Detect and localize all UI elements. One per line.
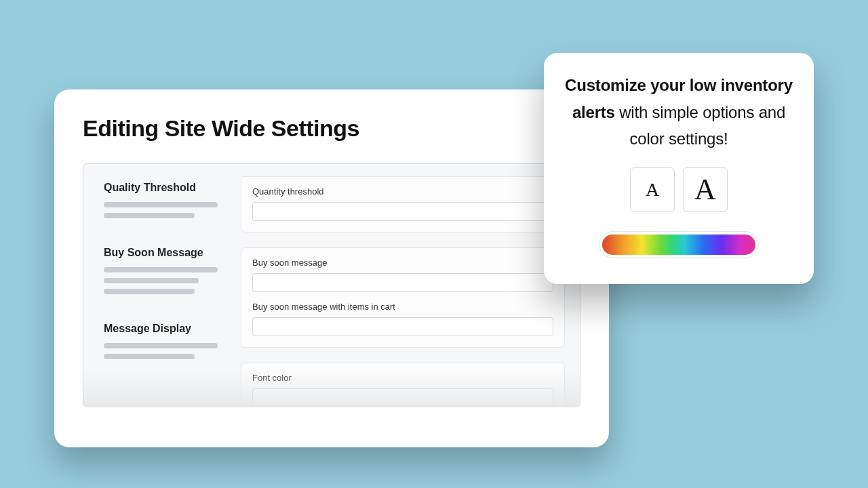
placeholder-line bbox=[104, 354, 195, 359]
popover-text: Customize your low inventory alerts with… bbox=[564, 72, 793, 152]
section-message-display: Message Display bbox=[104, 323, 241, 359]
section-quality-threshold: Quality Threshold bbox=[104, 182, 241, 218]
hue-slider-wrap bbox=[599, 231, 759, 258]
quantity-threshold-input[interactable] bbox=[252, 202, 553, 221]
field-label: Quantity threshold bbox=[252, 186, 553, 197]
field-label: Buy soon message bbox=[252, 258, 553, 268]
popover-rest: with simple options and color settings! bbox=[615, 103, 785, 148]
field-label: Font color bbox=[252, 373, 553, 383]
section-title: Buy Soon Message bbox=[104, 247, 241, 259]
font-size-small-button[interactable]: A bbox=[630, 167, 675, 212]
field-card-quantity-threshold: Quantity threshold bbox=[241, 176, 565, 232]
hue-slider[interactable] bbox=[602, 235, 755, 255]
buy-soon-cart-input[interactable] bbox=[252, 317, 553, 336]
font-color-input[interactable] bbox=[252, 388, 553, 407]
customize-popover: Customize your low inventory alerts with… bbox=[544, 53, 814, 284]
field-card-buy-soon: Buy soon message Buy soon message with i… bbox=[241, 247, 565, 348]
buy-soon-message-input[interactable] bbox=[252, 273, 553, 292]
settings-panel: Quality Threshold Buy Soon Message Messa… bbox=[83, 163, 580, 407]
placeholder-line bbox=[104, 213, 195, 218]
placeholder-line bbox=[104, 278, 199, 283]
placeholder-line bbox=[104, 289, 195, 294]
font-size-buttons: A A bbox=[564, 167, 793, 212]
placeholder-line bbox=[104, 343, 218, 348]
placeholder-line bbox=[104, 202, 218, 207]
settings-fields: Quantity threshold Buy soon message Buy … bbox=[241, 164, 580, 407]
placeholder-line bbox=[104, 267, 218, 272]
field-card-message-display: Font color Font size bbox=[241, 363, 565, 407]
settings-card: Editing Site Wide Settings Quality Thres… bbox=[54, 89, 609, 447]
font-size-large-button[interactable]: A bbox=[683, 167, 728, 212]
section-buy-soon-message: Buy Soon Message bbox=[104, 247, 241, 294]
page-title: Editing Site Wide Settings bbox=[83, 115, 580, 142]
section-title: Quality Threshold bbox=[104, 182, 241, 194]
settings-sidebar: Quality Threshold Buy Soon Message Messa… bbox=[83, 164, 241, 407]
section-title: Message Display bbox=[104, 323, 241, 335]
field-label: Buy soon message with items in cart bbox=[252, 302, 553, 312]
